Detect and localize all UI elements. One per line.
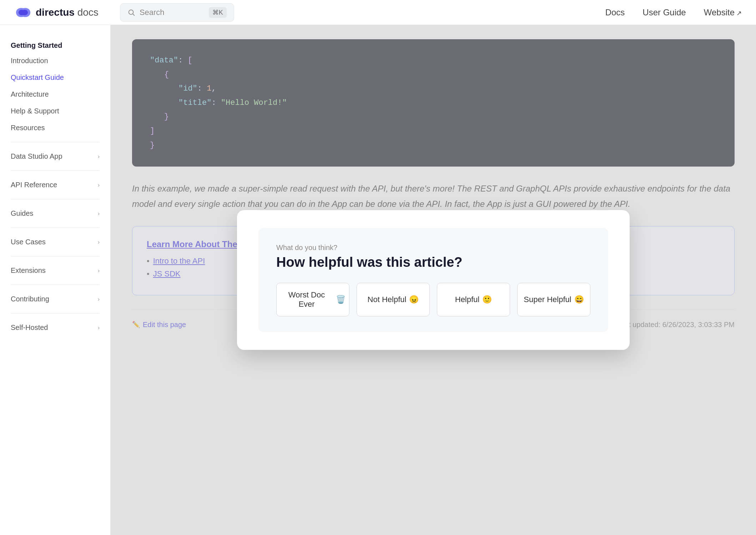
chevron-icon: ›	[98, 239, 100, 245]
logo-text: directus docs	[36, 7, 99, 18]
helpful-emoji: 🙂	[482, 295, 492, 304]
sidebar-divider-2	[11, 170, 100, 171]
sidebar-item-data-studio[interactable]: Data Studio App ›	[0, 148, 110, 165]
search-placeholder: Search	[140, 8, 205, 17]
feedback-modal: What do you think? How helpful was this …	[237, 210, 630, 350]
feedback-worst[interactable]: Worst Doc Ever 🗑️	[276, 283, 349, 316]
not-helpful-label: Not Helpful	[368, 295, 407, 304]
sidebar-item-api-reference[interactable]: API Reference ›	[0, 177, 110, 193]
feedback-not-helpful[interactable]: Not Helpful 😠	[357, 283, 430, 316]
sidebar-item-use-cases[interactable]: Use Cases ›	[0, 234, 110, 250]
modal-title: How helpful was this article?	[276, 255, 590, 270]
sidebar-divider-5	[11, 256, 100, 256]
logo[interactable]: directus docs	[14, 5, 99, 20]
feedback-helpful[interactable]: Helpful 🙂	[437, 283, 510, 316]
sidebar-item-help-support[interactable]: Help & Support	[0, 103, 110, 119]
super-helpful-emoji: 😄	[574, 295, 584, 304]
layout: Getting Started Introduction Quickstart …	[0, 25, 756, 535]
sidebar-divider-3	[11, 199, 100, 199]
sidebar-divider-4	[11, 228, 100, 228]
nav-user-guide[interactable]: User Guide	[642, 7, 686, 17]
chevron-icon: ›	[98, 182, 100, 188]
header: directus docs Search ⌘K Docs User Guide …	[0, 0, 756, 25]
modal-subtitle: What do you think?	[276, 244, 590, 252]
chevron-icon: ›	[98, 210, 100, 217]
modal-inner: What do you think? How helpful was this …	[258, 228, 608, 332]
nav-docs[interactable]: Docs	[605, 7, 625, 17]
sidebar-item-quickstart[interactable]: Quickstart Guide	[0, 69, 110, 86]
sidebar: Getting Started Introduction Quickstart …	[0, 25, 111, 535]
super-helpful-label: Super Helpful	[524, 295, 571, 304]
sidebar-item-guides[interactable]: Guides ›	[0, 205, 110, 222]
sidebar-section-getting-started: Getting Started	[0, 36, 110, 52]
chevron-icon: ›	[98, 325, 100, 331]
search-bar[interactable]: Search ⌘K	[120, 3, 234, 22]
header-nav: Docs User Guide Website	[605, 7, 742, 17]
not-helpful-emoji: 😠	[409, 295, 419, 304]
chevron-icon: ›	[98, 296, 100, 302]
sidebar-divider-6	[11, 285, 100, 285]
sidebar-item-architecture[interactable]: Architecture	[0, 86, 110, 103]
feedback-super-helpful[interactable]: Super Helpful 😄	[517, 283, 590, 316]
worst-label: Worst Doc Ever	[280, 290, 333, 309]
chevron-icon: ›	[98, 153, 100, 160]
worst-emoji: 🗑️	[336, 295, 346, 304]
sidebar-item-contributing[interactable]: Contributing ›	[0, 291, 110, 307]
sidebar-divider-1	[11, 142, 100, 142]
sidebar-item-extensions[interactable]: Extensions ›	[0, 262, 110, 279]
helpful-label: Helpful	[455, 295, 479, 304]
sidebar-divider-7	[11, 313, 100, 314]
sidebar-item-self-hosted[interactable]: Self-Hosted ›	[0, 319, 110, 336]
main-content: "data": [ { "id": 1, "title": "Hello Wor…	[111, 25, 756, 535]
feedback-buttons: Worst Doc Ever 🗑️ Not Helpful 😠 Helpful …	[276, 283, 590, 316]
sidebar-item-introduction[interactable]: Introduction	[0, 52, 110, 69]
chevron-icon: ›	[98, 268, 100, 274]
search-kbd: ⌘K	[209, 7, 227, 18]
logo-icon	[14, 5, 32, 20]
sidebar-item-resources[interactable]: Resources	[0, 119, 110, 136]
search-icon	[127, 9, 135, 16]
nav-website[interactable]: Website	[704, 7, 742, 17]
